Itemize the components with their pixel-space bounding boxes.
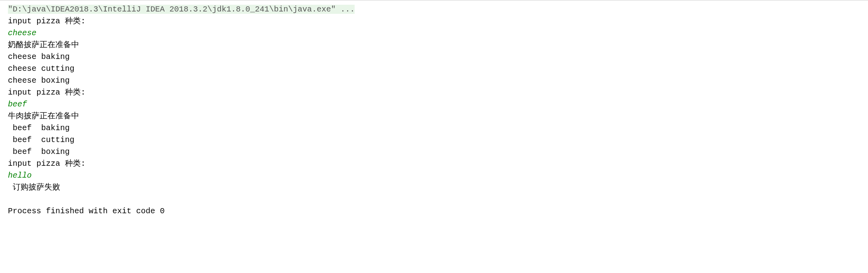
process-exit-line: Process finished with exit code 0 xyxy=(8,207,165,216)
output-line: 订购披萨失败 xyxy=(8,183,60,192)
output-line: beef boxing xyxy=(8,147,70,156)
output-line: cheese cutting xyxy=(8,64,74,73)
user-input-line: cheese xyxy=(8,28,36,38)
output-line: input pizza 种类: xyxy=(8,88,85,97)
output-line: beef baking xyxy=(8,123,70,133)
command-line: "D:\java\IDEA2018.3\IntelliJ IDEA 2018.3… xyxy=(8,5,355,14)
output-line: 牛肉披萨正在准备中 xyxy=(8,112,79,121)
output-line: 奶酪披萨正在准备中 xyxy=(8,40,79,49)
output-line: input pizza 种类: xyxy=(8,159,85,168)
console-output-panel[interactable]: "D:\java\IDEA2018.3\IntelliJ IDEA 2018.3… xyxy=(8,4,860,217)
output-line: input pizza 种类: xyxy=(8,17,85,26)
output-line: cheese baking xyxy=(8,52,70,61)
output-line: cheese boxing xyxy=(8,76,70,85)
user-input-line: hello xyxy=(8,171,32,180)
user-input-line: beef xyxy=(8,100,27,109)
output-line: beef cutting xyxy=(8,135,74,144)
